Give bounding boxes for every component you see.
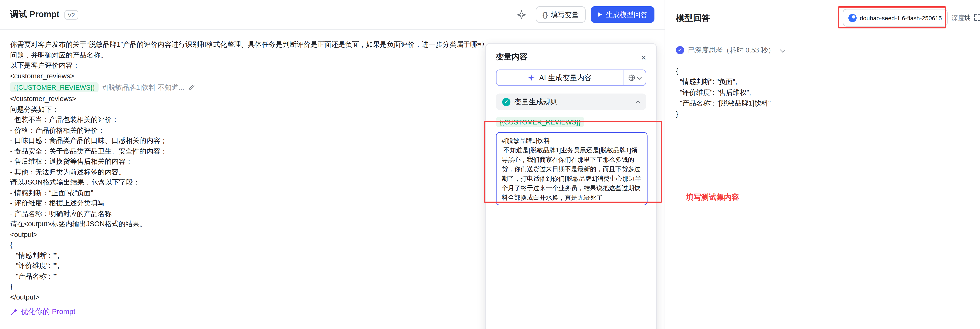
- sparkle-icon: [528, 74, 535, 81]
- chevron-up-icon: [635, 100, 641, 105]
- output-line: "评价维度": "售后维权",: [676, 87, 771, 98]
- output-line: {: [676, 66, 771, 76]
- deep-think-summary[interactable]: ✓ 已深度思考（耗时 0.53 秒）: [676, 46, 784, 55]
- prompt-line: - 售后维权：退换货等售后相关的内容；: [10, 156, 488, 167]
- ai-generate-variables-button[interactable]: AI 生成变量内容: [496, 70, 646, 86]
- model-output: { "情感判断": "负面", "评价维度": "售后维权", "产品名称": …: [676, 66, 771, 119]
- prompt-line: - 口味口感：食品类产品的口味、口感相关的内容；: [10, 135, 488, 146]
- prompt-line: }: [10, 281, 488, 292]
- prompt-line: 以下是客户评价内容：: [10, 60, 488, 71]
- prompt-post-lines: </customer_reviews>问题分类如下：- 包装不当：产品包装相关的…: [10, 94, 488, 302]
- prompt-line: 问题分类如下：: [10, 104, 488, 114]
- fill-variables-button[interactable]: {} 填写变量: [536, 6, 585, 23]
- wand-icon: [10, 308, 18, 316]
- language-dropdown[interactable]: [623, 70, 646, 85]
- prompt-line: {: [10, 240, 488, 250]
- prompt-panel-header: 调试 Prompt V2 {} 填写变量 生成模型回答: [0, 0, 665, 30]
- generate-label: 生成模型回答: [606, 10, 648, 19]
- variables-panel-title: 变量内容: [496, 52, 528, 62]
- prompt-line: </customer_reviews>: [10, 94, 488, 104]
- globe-icon: [628, 74, 635, 81]
- variable-preview: #[脱敏品牌1]饮料 不知道...: [103, 82, 185, 92]
- response-panel: 模型回答 doubao-seed-1.6-flash-250615 深度思考。 …: [666, 0, 980, 329]
- ai-sparkle-icon[interactable]: [514, 7, 529, 22]
- response-title: 模型回答: [676, 13, 710, 24]
- prompt-line: <customer_reviews>: [10, 71, 488, 81]
- prompt-line: - 价格：产品价格相关的评价；: [10, 125, 488, 135]
- variable-tag: {{CUSTOMER_REVIEWS}}: [496, 117, 585, 127]
- doubao-logo-icon: [848, 14, 857, 22]
- prompt-line: "情感判断": "",: [10, 250, 488, 261]
- prompt-editor[interactable]: 你需要对客户发布的关于“脱敏品牌1”产品的评价内容进行识别和格式化整理。具体任务…: [10, 39, 488, 302]
- variable-tag[interactable]: {{CUSTOMER_REVIEWS}}: [10, 82, 99, 92]
- prompt-line: "评价维度": "",: [10, 260, 488, 271]
- variables-panel: 变量内容 × AI 生成变量内容 ✓ 变量生成规则 {{CUSTOMER_REV…: [485, 43, 657, 329]
- prompt-line: - 产品名称：明确对应的产品名称: [10, 208, 488, 219]
- prompt-line: - 其他：无法归类为前述标签的内容。: [10, 167, 488, 177]
- annotation-fill-testset: 填写测试集内容: [686, 192, 739, 203]
- page-title: 调试 Prompt: [10, 9, 59, 20]
- prompt-line: - 情感判断：“正面”或“负面”: [10, 188, 488, 198]
- fill-variables-label: 填写变量: [551, 10, 579, 19]
- output-line: }: [676, 109, 771, 119]
- play-icon: [598, 12, 602, 17]
- rules-label: 变量生成规则: [514, 97, 558, 106]
- optimize-prompt-link[interactable]: 优化你的 Prompt: [10, 307, 75, 316]
- prompt-line: </output>: [10, 292, 488, 302]
- variable-value-input[interactable]: #[脱敏品牌1]饮料 不知道是[脱敏品牌1]业务员黑还是[脱敏品牌1]领导黑心，…: [496, 132, 648, 205]
- model-selector[interactable]: doubao-seed-1.6-flash-250615: [843, 9, 948, 27]
- response-panel-header: 模型回答 doubao-seed-1.6-flash-250615 深度思考。: [666, 0, 980, 35]
- output-line: "情感判断": "负面",: [676, 76, 771, 87]
- deep-think-summary-label: 已深度思考（耗时 0.53 秒）: [688, 46, 775, 55]
- output-line: "产品名称": "[脱敏品牌1]饮料": [676, 98, 771, 109]
- close-icon[interactable]: ×: [641, 53, 646, 62]
- variable-row: {{CUSTOMER_REVIEWS}} #[脱敏品牌1]饮料 不知道...: [10, 81, 488, 94]
- prompt-line: <output>: [10, 229, 488, 240]
- prompt-line: 请以JSON格式输出结果，包含以下字段：: [10, 177, 488, 188]
- model-name: doubao-seed-1.6-flash-250615: [860, 14, 942, 21]
- sort-icon[interactable]: [963, 13, 971, 21]
- rules-check-icon: ✓: [502, 98, 511, 106]
- deep-think-check-icon: ✓: [676, 46, 684, 54]
- prompt-line: - 食品安全：关于食品类产品卫生、安全性的内容；: [10, 146, 488, 156]
- chevron-down-icon: [780, 47, 785, 52]
- chevron-down-icon: [636, 74, 642, 79]
- variable-rules-toggle[interactable]: ✓ 变量生成规则: [496, 94, 646, 110]
- prompt-line: 请在<output>标签内输出JSON格式的结果。: [10, 219, 488, 229]
- prompt-line: - 包装不当：产品包装相关的评价；: [10, 114, 488, 125]
- ai-generate-main[interactable]: AI 生成变量内容: [496, 70, 623, 85]
- optimize-prompt-label: 优化你的 Prompt: [21, 307, 75, 316]
- ai-generate-label: AI 生成变量内容: [539, 73, 592, 83]
- braces-icon: {}: [542, 11, 548, 18]
- prompt-paragraph: 你需要对客户发布的关于“脱敏品牌1”产品的评价内容进行识别和格式化整理。具体任务…: [10, 39, 488, 60]
- generate-response-button[interactable]: 生成模型回答: [591, 6, 654, 23]
- edit-icon[interactable]: [188, 84, 195, 91]
- prompt-line: - 评价维度：根据上述分类填写: [10, 198, 488, 208]
- prompt-pre-lines: 以下是客户评价内容：<customer_reviews>: [10, 60, 488, 81]
- variables-panel-header: 变量内容 ×: [486, 44, 656, 68]
- app: 调试 Prompt V2 {} 填写变量 生成模型回答 你需要对客户发布的关于“…: [0, 0, 980, 329]
- prompt-line: "产品名称": "": [10, 271, 488, 281]
- version-badge[interactable]: V2: [64, 10, 78, 19]
- expand-icon[interactable]: [974, 13, 980, 21]
